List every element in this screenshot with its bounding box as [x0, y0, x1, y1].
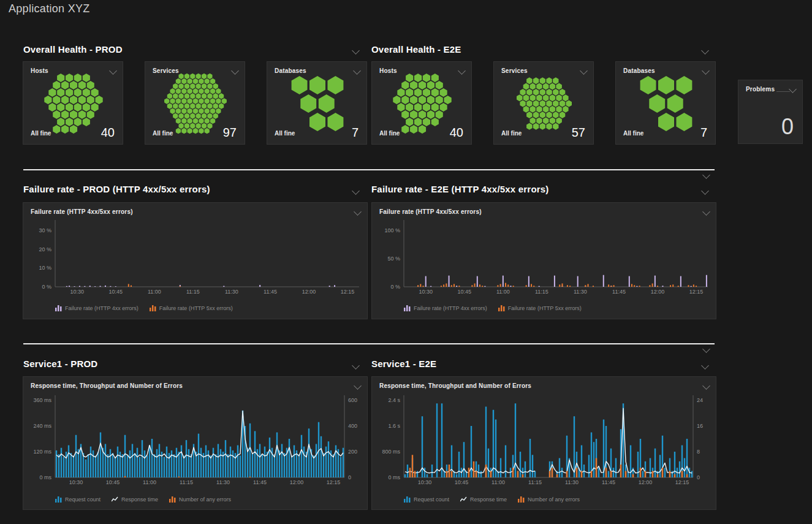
- chart-canvas[interactable]: 0 %10 %20 %30 %10:3010:4511:0011:1511:30…: [23, 203, 368, 320]
- hexagon-entity[interactable]: [423, 74, 430, 82]
- hexagon-entity[interactable]: [540, 112, 545, 118]
- hexagon-entity[interactable]: [190, 83, 195, 89]
- hexagon-entity[interactable]: [188, 78, 192, 85]
- legend-item[interactable]: Number of any errors: [518, 496, 580, 503]
- hexagon-entity[interactable]: [202, 74, 207, 80]
- hexagon-entity[interactable]: [57, 118, 64, 126]
- hexagon-entity[interactable]: [70, 81, 77, 89]
- hexagon-entity[interactable]: [550, 117, 555, 124]
- hexagon-entity[interactable]: [530, 106, 536, 113]
- hexagon-entity[interactable]: [181, 128, 186, 134]
- hexagon-entity[interactable]: [431, 88, 439, 97]
- hexagon-entity[interactable]: [213, 113, 218, 120]
- hexagon-entity[interactable]: [414, 74, 422, 82]
- hexagon-entity[interactable]: [181, 78, 186, 85]
- hexagon-entity[interactable]: [173, 113, 178, 120]
- chevron-down-icon[interactable]: [352, 187, 360, 195]
- hexagon-entity[interactable]: [677, 76, 692, 94]
- hexagon-entity[interactable]: [216, 108, 221, 114]
- chevron-down-icon[interactable]: [701, 47, 709, 55]
- hexagon-entity[interactable]: [181, 98, 186, 104]
- legend-item[interactable]: Response time: [460, 496, 507, 503]
- legend-item[interactable]: Request count: [55, 496, 101, 503]
- hexagon-entity[interactable]: [184, 83, 189, 89]
- hexagon-entity[interactable]: [210, 118, 215, 124]
- chevron-down-icon[interactable]: [702, 345, 710, 353]
- hexagon-entity[interactable]: [546, 89, 552, 96]
- hexagon-entity[interactable]: [526, 123, 533, 130]
- hexagon-entity[interactable]: [179, 93, 184, 99]
- hexagon-entity[interactable]: [202, 83, 207, 89]
- hexagon-entity[interactable]: [520, 89, 525, 96]
- hexagon-entity[interactable]: [536, 117, 542, 124]
- hexagon-entity[interactable]: [199, 108, 203, 114]
- hexagon-entity[interactable]: [87, 81, 94, 89]
- hexagon-entity[interactable]: [517, 94, 523, 101]
- hexagon-entity[interactable]: [300, 94, 316, 113]
- hexagon-entity[interactable]: [436, 110, 443, 119]
- hexagon-entity[interactable]: [184, 103, 189, 109]
- chart-canvas[interactable]: 0 ms120 ms240 ms360 ms020040060010:3010:…: [23, 377, 368, 511]
- hexagon-entity[interactable]: [44, 96, 51, 104]
- hexagon-entity[interactable]: [431, 74, 439, 82]
- hexagon-entity[interactable]: [550, 94, 555, 101]
- hexagon-entity[interactable]: [410, 81, 417, 89]
- hexagon-entity[interactable]: [658, 76, 674, 94]
- hexagon-entity[interactable]: [91, 88, 99, 97]
- hexagon-entity[interactable]: [207, 103, 212, 109]
- hexagon-entity[interactable]: [397, 88, 404, 97]
- hexagon-entity[interactable]: [207, 74, 212, 80]
- hexagon-entity[interactable]: [199, 78, 203, 85]
- hexagon-entity[interactable]: [401, 125, 409, 134]
- hexagon-entity[interactable]: [184, 93, 189, 99]
- hexagon-entity[interactable]: [170, 108, 175, 114]
- chart-tile-failure-prod[interactable]: 0 %10 %20 %30 %10:3010:4511:0011:1511:30…: [23, 202, 368, 319]
- hexagon-entity[interactable]: [553, 89, 558, 96]
- hexagon-entity[interactable]: [164, 98, 169, 104]
- hexagon-entity[interactable]: [199, 128, 203, 134]
- hexagon-entity[interactable]: [74, 118, 82, 126]
- hexagon-entity[interactable]: [536, 83, 542, 90]
- hexagon-entity[interactable]: [83, 103, 90, 112]
- hexagon-entity[interactable]: [207, 113, 212, 120]
- hexagon-entity[interactable]: [190, 123, 195, 129]
- hexagon-entity[interactable]: [205, 118, 210, 124]
- hexagon-entity[interactable]: [210, 98, 215, 104]
- hexagon-entity[interactable]: [530, 83, 536, 90]
- hexagon-entity[interactable]: [176, 98, 181, 104]
- hexagon-entity[interactable]: [667, 94, 683, 113]
- hexagon-entity[interactable]: [188, 108, 192, 114]
- hexagon-entity[interactable]: [419, 96, 426, 104]
- hexagon-entity[interactable]: [328, 76, 344, 94]
- hexagon-entity[interactable]: [202, 123, 207, 129]
- hexagon-entity[interactable]: [188, 98, 192, 104]
- hexagon-entity[interactable]: [523, 83, 529, 90]
- hexagon-entity[interactable]: [423, 118, 430, 126]
- hexagon-entity[interactable]: [419, 110, 426, 119]
- hexagon-entity[interactable]: [66, 74, 73, 82]
- hexagon-entity[interactable]: [406, 118, 413, 126]
- hexagon-entity[interactable]: [188, 118, 192, 124]
- hexagon-entity[interactable]: [179, 113, 184, 120]
- hexagon-entity[interactable]: [181, 88, 186, 94]
- hexagon-entity[interactable]: [546, 112, 552, 118]
- hexagon-entity[interactable]: [173, 83, 178, 89]
- chevron-down-icon[interactable]: [701, 187, 709, 195]
- hexagon-entity[interactable]: [546, 77, 552, 84]
- hexagon-entity[interactable]: [556, 106, 562, 113]
- hexagon-entity[interactable]: [533, 123, 539, 130]
- hexagon-entity[interactable]: [393, 96, 400, 104]
- hexagon-entity[interactable]: [530, 94, 536, 101]
- legend-item[interactable]: Failure rate (HTTP 4xx errors): [404, 305, 487, 311]
- hexagon-entity[interactable]: [66, 88, 73, 97]
- hexagon-entity[interactable]: [649, 94, 665, 113]
- hexagon-entity[interactable]: [70, 125, 77, 134]
- hexagon-entity[interactable]: [83, 74, 90, 82]
- hexagon-entity[interactable]: [526, 101, 533, 107]
- hexagon-entity[interactable]: [61, 110, 69, 119]
- hexagon-entity[interactable]: [167, 93, 172, 99]
- hexagon-entity[interactable]: [61, 81, 69, 89]
- hexagon-entity[interactable]: [216, 88, 221, 94]
- hexagon-entity[interactable]: [184, 74, 189, 80]
- hexagon-entity[interactable]: [205, 108, 210, 114]
